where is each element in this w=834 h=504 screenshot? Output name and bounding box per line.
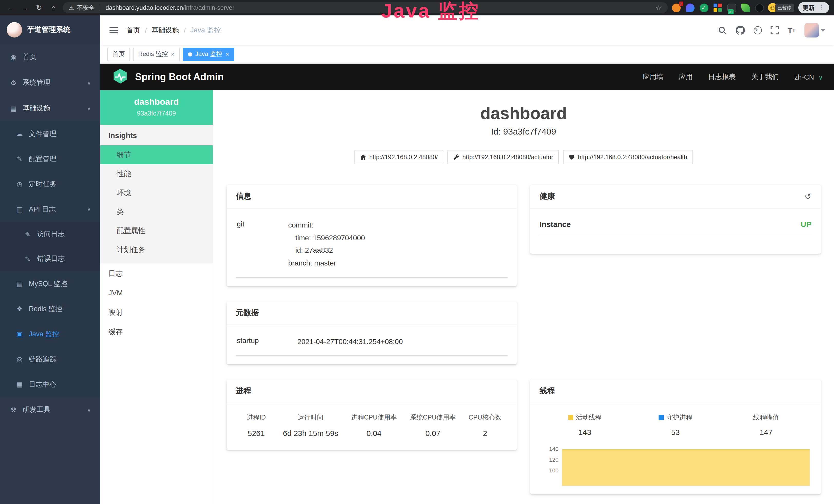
header-actions: ? TT [718,23,825,38]
search-icon[interactable] [718,26,727,35]
breadcrumb-section[interactable]: 基础设施 [152,26,179,35]
sidebar-item-home[interactable]: ◉ 首页 [0,44,100,70]
sidebar-item-log-center[interactable]: ▤ 日志中心 [0,372,100,397]
metadata-value: 2021-04-27T00:44:31.254+08:00 [298,335,403,348]
instance-id: 93a3fc7f7409 [104,110,208,117]
sidebar-item-scheduled-jobs[interactable]: ◷ 定时任务 [0,171,100,197]
home-icon[interactable]: ⌂ [48,4,59,12]
health-instance-row[interactable]: Instance UP [540,220,812,235]
check-extension-icon[interactable]: ✓ [699,3,708,12]
sba-nav-applications[interactable]: 应用 [679,72,693,82]
sidebar-item-dev-tools[interactable]: ⚒ 研发工具 ∨ [0,397,100,422]
browser-update-button[interactable]: 更新 ⋮ [798,2,829,13]
sidebar-item-access-logs[interactable]: ✎ 访问日志 [0,222,100,247]
tab-redis-monitor[interactable]: Redis 监控 × [133,47,180,61]
sba-menu-scheduled-tasks[interactable]: 计划任务 [100,240,213,259]
process-value-process-cpu: 0.04 [345,429,403,437]
sba-nav-journal[interactable]: 日志报表 [708,72,736,82]
sidebar-item-api-logs[interactable]: ▥ API 日志 ∧ [0,197,100,222]
close-icon[interactable]: × [171,51,175,58]
back-icon[interactable]: ← [5,4,16,12]
sba-menu-config-props[interactable]: 配置属性 [100,221,213,240]
y-tick: 140 [540,445,559,456]
process-table: 进程ID 运行时间 进程CPU使用率 系统CPU使用率 CPU核心数 5261 … [236,411,508,441]
not-secure-warning-icon: ⚠ [69,4,74,11]
sba-nav-about[interactable]: 关于我们 [751,72,779,82]
sba-brand-title: Spring Boot Admin [135,71,224,83]
sidebar-item-label: 配置管理 [29,154,57,164]
sba-menu-environment[interactable]: 环境 [100,183,213,202]
help-icon[interactable]: ? [753,26,762,35]
sba-menu-classes[interactable]: 类 [100,202,213,221]
url-text[interactable]: dashboard.yudao.iocoder.cn/infra/admin-s… [106,4,235,11]
address-bar[interactable]: ⚠ 不安全 dashboard.yudao.iocoder.cn/infra/a… [63,2,667,13]
sidebar-item-label: 文件管理 [29,129,57,138]
metadata-card-body: startup 2021-04-27T00:44:31.254+08:00 [226,325,517,364]
sidebar-item-system[interactable]: ⚙ 系统管理 ∨ [0,70,100,95]
timer-icon: ◷ [16,180,24,188]
sidebar-item-mysql-monitor[interactable]: ▦ MySQL 监控 [0,271,100,296]
sidebar-item-label: Java 监控 [29,329,59,339]
instance-header[interactable]: dashboard 93a3fc7f7409 [100,90,213,125]
info-card-body: git commit: time: 1596289704000 id: 27aa… [226,208,517,286]
sba-language-select[interactable]: zh-CN ∨ [794,73,823,81]
chevron-down-icon: ∨ [818,74,823,81]
sba-menu-jvm[interactable]: JVM [100,283,213,302]
process-header-pid: 进程ID [236,413,277,422]
breadcrumb-home[interactable]: 首页 [126,26,140,35]
leaf-extension-icon[interactable] [741,3,750,12]
sidebar-item-tracing[interactable]: ◎ 链路追踪 [0,347,100,372]
sba-menu-details[interactable]: 细节 [100,145,213,164]
page-title: dashboard [226,104,821,123]
sidebar-item-java-monitor[interactable]: ▣ Java 监控 [0,321,100,347]
user-avatar[interactable] [804,23,825,38]
sidebar-item-file-management[interactable]: ☁ 文件管理 [0,121,100,146]
sba-menu-performance[interactable]: 性能 [100,164,213,183]
tab-java-monitor[interactable]: Java 监控 × [183,47,234,61]
sba-menu-mappings[interactable]: 映射 [100,302,213,322]
grid-extension-icon[interactable] [713,3,722,12]
sidebar-item-label: 访问日志 [37,230,65,239]
sba-nav-wall[interactable]: 应用墙 [643,72,663,82]
instance-root-link[interactable]: http://192.168.0.2:48080/ [354,150,443,164]
browser-menu-icon[interactable]: ⋮ [818,4,824,11]
sba-menu-logs[interactable]: 日志 [100,264,213,283]
fullscreen-icon[interactable] [771,26,779,35]
reload-icon[interactable]: ↻ [34,4,44,12]
sidebar-item-label: API 日志 [29,205,56,214]
github-icon[interactable] [736,26,745,35]
sba-content: dashboard Id: 93a3fc7f7409 http://192.16… [213,90,834,504]
pin-extension-icon[interactable] [685,3,694,12]
font-size-icon[interactable]: TT [788,26,795,35]
sidebar-item-config-management[interactable]: ✎ 配置管理 [0,146,100,171]
edit-icon: ✎ [24,230,32,238]
sidebar-item-label: 错误日志 [37,254,65,264]
app-logo-avatar [7,22,22,38]
instance-actuator-link[interactable]: http://192.168.0.2:48080/actuator [447,150,559,164]
tab-home[interactable]: 首页 [107,47,130,61]
breadcrumb-separator: / [184,26,186,34]
sba-menu-caches[interactable]: 缓存 [100,322,213,342]
app-logo-row[interactable]: 芋道管理系统 [0,16,100,44]
dark-extension-icon[interactable] [755,3,764,12]
legend-daemon-threads: 守护进程 [630,413,721,422]
sidebar-item-infrastructure[interactable]: ▤ 基础设施 ∧ [0,95,100,121]
health-card-body: Instance UP [530,208,821,254]
security-label[interactable]: 不安全 [77,4,95,12]
sidebar-toggle-icon[interactable] [109,27,118,33]
close-icon[interactable]: × [225,51,229,58]
info-card: 信息 git commit: time: 1596289704000 id: 2… [226,185,517,286]
forward-icon[interactable]: → [20,4,30,12]
sidebar-item-redis-monitor[interactable]: ❖ Redis 监控 [0,296,100,321]
sidebar-item-error-logs[interactable]: ✎ 错误日志 [0,247,100,271]
history-icon[interactable]: ↺ [805,191,811,201]
tab-label: 首页 [112,50,125,59]
process-card: 进程 进程ID 运行时间 进程CPU使用率 系统CPU使用率 CPU核心数 52… [226,379,517,450]
sba-logo-icon [111,68,129,86]
instance-health-link[interactable]: http://192.168.0.2:48080/actuator/health [563,150,693,164]
orange-extension-icon[interactable]: 1 [672,3,680,12]
process-header-system-cpu: 系统CPU使用率 [403,413,462,422]
bookmark-star-icon[interactable]: ☆ [656,4,661,12]
smiley-extension-icon[interactable]: ☺ 已暂停 [768,3,794,12]
switch-extension-icon[interactable]: on [727,3,736,12]
